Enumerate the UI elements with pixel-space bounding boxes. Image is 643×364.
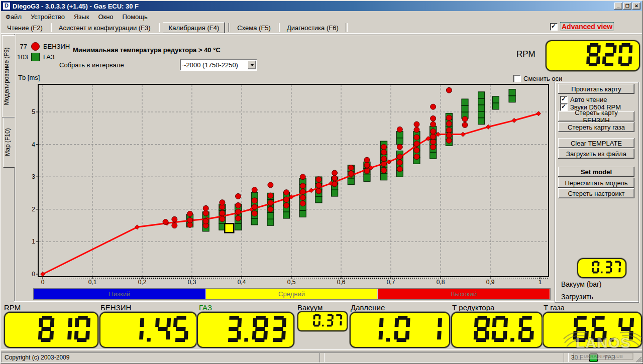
gas-sample-square: [478, 111, 485, 118]
petrol-model-line: [43, 113, 539, 274]
clear-settings-button[interactable]: Стереть настроикт: [558, 188, 634, 198]
gas-sample-square: [430, 152, 437, 159]
toolbar-divider: [1, 33, 642, 35]
gas-sample-square: [381, 174, 387, 180]
tab-4[interactable]: Диагностика (F6): [281, 23, 345, 33]
petrol-sample-dot: [364, 162, 370, 168]
range-segment-1: Средний: [206, 289, 378, 299]
advanced-view-label: Advanced view: [560, 22, 614, 31]
model-line-marker: [309, 188, 313, 193]
statusbar-copyright: Copyright (c) 2003-2009: [1, 352, 325, 362]
petrol-sample-dot: [284, 190, 289, 195]
restore-button[interactable]: ❐: [623, 3, 631, 10]
gauge-gas-temp-label: Т газа: [544, 303, 565, 312]
calibration-chart[interactable]: 00,10,20,30,40,50,60,70,80,91012345: [30, 80, 553, 285]
window-title: DiegoG3 - 3.0.3.3 (+1.45) - Gas ECU: 30 …: [13, 3, 139, 10]
menu-item-3[interactable]: Окно: [93, 12, 118, 22]
side-tab-map[interactable]: Map (F10): [3, 117, 15, 168]
petrol-sample-dot: [172, 216, 177, 222]
advanced-view-checkbox[interactable]: [550, 23, 558, 31]
petrol-sample-dot: [236, 203, 241, 208]
petrol-sample-dot: [300, 189, 305, 194]
gas-sample-square: [478, 105, 485, 111]
chevron-down-icon: [250, 64, 254, 66]
tab-bar: Чтение (F2)Асистент и конфигурации (F3)К…: [1, 22, 642, 34]
petrol-sample-dot: [446, 128, 452, 133]
side-tab-modeling-label: Моделирование (F9): [3, 37, 13, 116]
petrol-sample-dot: [203, 218, 208, 224]
petrol-sample-dot: [252, 187, 257, 193]
side-tab-map-label: Map (F10): [4, 119, 14, 165]
load-from-file-button[interactable]: Загрузить из файла: [558, 149, 634, 159]
advanced-view-toggle[interactable]: Advanced view: [550, 22, 614, 31]
gas-sample-square: [364, 175, 370, 181]
tab-2[interactable]: Калибрация (F4): [163, 22, 226, 34]
petrol-sample-dot: [462, 122, 468, 128]
petrol-sample-dot: [316, 188, 322, 194]
clear-gas-map-button[interactable]: Стереть карту газа: [558, 122, 634, 132]
petrol-sample-dot: [252, 204, 257, 210]
set-model-button[interactable]: Set model: [558, 167, 634, 177]
gas-sample-square: [283, 212, 290, 218]
petrol-sample-dot: [252, 198, 257, 203]
x-tick-label: 0,5: [287, 279, 296, 285]
petrol-sample-dot: [431, 115, 436, 121]
petrol-sample-dot: [446, 121, 452, 127]
close-button[interactable]: ✕: [632, 3, 640, 10]
menu-item-1[interactable]: Устройство: [26, 12, 69, 22]
load-link-label[interactable]: Загрузить: [561, 293, 593, 301]
petrol-sample-dot: [462, 116, 468, 122]
petrol-sample-dot: [446, 133, 452, 138]
tab-3[interactable]: Схема (F5): [231, 23, 277, 33]
auto-read-checkbox[interactable]: [560, 96, 568, 103]
petrol-sample-dot: [187, 217, 193, 223]
y-tick-label: 0: [32, 271, 35, 278]
petrol-sample-dot: [220, 200, 225, 205]
gauge-gas-lcd: [197, 312, 294, 348]
gas-sample-square: [332, 190, 338, 196]
petrol-sample-dot: [414, 141, 419, 147]
combobox-dropdown-button[interactable]: [248, 60, 256, 69]
petrol-sample-dot: [220, 210, 225, 216]
side-tab-modeling[interactable]: Моделирование (F9): [2, 35, 15, 117]
read-map-button[interactable]: Прочитать карту: [558, 84, 634, 94]
gas-sample-square: [478, 98, 485, 105]
gas-legend-label: ГАЗ: [43, 53, 55, 61]
title-bar[interactable]: D DiegoG3 - 3.0.3.3 (+1.45) - Gas ECU: 3…: [1, 1, 642, 11]
petrol-sample-dot: [446, 87, 452, 93]
gauge-reducer-temp-label: Т редуктора: [452, 303, 494, 312]
selected-map-cell[interactable]: [225, 223, 234, 232]
menu-item-4[interactable]: Помощь: [118, 12, 152, 22]
y-tick-label: 2: [32, 206, 35, 213]
auto-read-toggle[interactable]: Авто чтение: [560, 96, 607, 103]
petrol-sample-dot: [397, 127, 402, 132]
x-tick-label: 0,3: [188, 279, 196, 285]
x-tick-label: 0: [41, 279, 45, 285]
recalc-model-button[interactable]: Пересчитать модель: [558, 178, 634, 188]
petrol-sample-dot: [348, 165, 354, 171]
clear-petrol-map-button[interactable]: Стереть карту БЕНЗИН: [558, 111, 634, 122]
gas-sample-square: [235, 223, 242, 230]
gauge-rpm-label: RPM: [4, 303, 21, 312]
petrol-sample-dot: [172, 223, 177, 228]
menu-item-2[interactable]: Язык: [69, 12, 93, 22]
vacuum-units-label: Вакуум (bar): [561, 280, 601, 288]
gas-sample-square: [492, 103, 499, 109]
x-tick-label: 1: [539, 279, 542, 285]
tab-0[interactable]: Чтение (F2): [1, 23, 49, 33]
tab-separator: [346, 23, 348, 32]
range-segment-0: Низкий: [34, 289, 206, 299]
gas-sample-count: 103: [17, 53, 27, 61]
petrol-sample-dot: [431, 139, 436, 145]
clear-template-button[interactable]: Clear TEMPLATE: [558, 138, 634, 148]
fuel-mode-icon[interactable]: [589, 353, 598, 362]
application-window: D DiegoG3 - 3.0.3.3 (+1.45) - Gas ECU: 3…: [0, 0, 643, 364]
petrol-sample-dot: [268, 200, 273, 205]
petrol-sample-dot: [203, 205, 208, 211]
rpm-interval-combobox[interactable]: ~2000 (1750-2250): [180, 59, 257, 71]
map-control-panel: Прочитать карту Авто чтение Звуки D504 R…: [555, 82, 639, 303]
minimize-button[interactable]: _: [614, 3, 622, 10]
menu-item-0[interactable]: Файл: [1, 12, 26, 22]
tab-1[interactable]: Асистент и конфигурации (F3): [53, 23, 157, 33]
resize-grip[interactable]: [635, 355, 642, 362]
